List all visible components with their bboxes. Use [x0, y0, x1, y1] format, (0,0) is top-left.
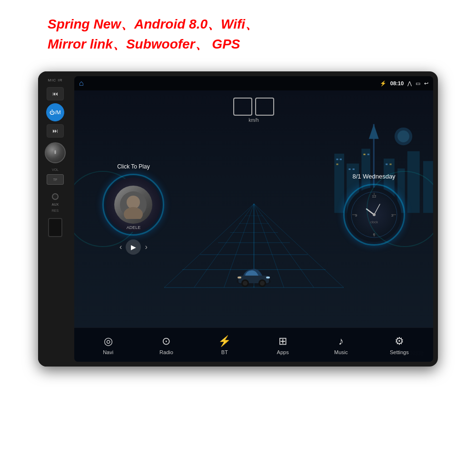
prev-icon: ⏮: [52, 90, 58, 97]
vinyl-disc: [106, 178, 160, 232]
player-controls: ‹ ▶ ›: [119, 239, 148, 255]
svg-text:3: 3: [391, 213, 393, 218]
click-to-play-label[interactable]: Click To Play: [117, 163, 149, 170]
mic-ir-label: MIC IR: [48, 78, 63, 82]
navi-icon: ◎: [104, 335, 113, 347]
next-button[interactable]: ⏭: [47, 124, 64, 138]
header-line1: Spring New、Android 8.0、Wifi、: [48, 14, 258, 34]
res-label: RES: [52, 209, 59, 212]
svg-point-40: [260, 281, 265, 286]
prev-arrow-icon[interactable]: ‹: [119, 243, 122, 251]
tf-slot: TF: [47, 174, 64, 185]
nav-item-music[interactable]: ♪ Music: [327, 335, 355, 355]
svg-text:clock: clock: [370, 220, 378, 224]
prev-button[interactable]: ⏮: [47, 87, 64, 100]
player-panel: Click To Play: [74, 90, 193, 327]
artist-photo: [114, 186, 152, 224]
svg-line-52: [367, 209, 374, 215]
settings-label: Settings: [390, 349, 409, 355]
svg-point-38: [243, 281, 248, 286]
car-illustration: [235, 266, 273, 289]
home-icon[interactable]: ⌂: [79, 79, 84, 88]
nav-item-apps[interactable]: ⊞ Apps: [268, 335, 297, 355]
screen: ⌂ ⚡ 08:10 ⋀ ▭ ↩: [74, 76, 433, 362]
header-line2: Mirror link、Subwoofer、 GPS: [48, 34, 258, 54]
power-icon: ⏻/M: [50, 109, 60, 115]
bt-label: BT: [221, 349, 228, 355]
left-control-panel: MIC IR ⏮ ⏻/M ⏭ VOL TF AUX RES: [38, 71, 72, 367]
apps-label: Apps: [277, 349, 289, 355]
clock-face: 12 3 6 9 clock: [347, 188, 401, 242]
play-icon: ▶: [131, 243, 136, 251]
clock-container: 12 3 6 9 clock: [343, 184, 405, 246]
svg-rect-41: [266, 277, 270, 278]
back-icon[interactable]: ↩: [424, 80, 428, 87]
bt-icon: ⚡: [218, 335, 231, 347]
svg-point-54: [373, 213, 376, 216]
main-content: Click To Play: [74, 90, 433, 327]
status-left: ⌂: [79, 79, 84, 88]
apps-icon: ⊞: [278, 335, 287, 347]
music-label: Music: [334, 349, 348, 355]
kmh-label: km/h: [248, 118, 259, 123]
svg-point-44: [127, 196, 140, 209]
status-bar: ⌂ ⚡ 08:10 ⋀ ▭ ↩: [74, 76, 433, 90]
aux-port: [52, 193, 59, 200]
header-text: Spring New、Android 8.0、Wifi、 Mirror link…: [48, 14, 258, 54]
nav-item-navi[interactable]: ◎ Navi: [94, 335, 122, 355]
nav-item-radio[interactable]: ⊙ Radio: [152, 335, 180, 355]
usb-slot: [48, 218, 62, 237]
svg-text:9: 9: [355, 213, 357, 218]
play-button[interactable]: ▶: [126, 239, 141, 255]
music-icon: ♪: [338, 335, 344, 347]
radio-label: Radio: [159, 349, 173, 355]
navi-label: Navi: [103, 349, 113, 355]
window-icon[interactable]: ▭: [416, 80, 420, 87]
artist-label: ADELE: [127, 225, 141, 230]
radio-icon: ⊙: [162, 335, 170, 347]
right-panel: 8/1 Wednesday 12 3 6 9 clock: [315, 90, 433, 327]
svg-rect-42: [238, 277, 241, 278]
vol-label: VOL: [52, 168, 59, 171]
nav-item-bt[interactable]: ⚡ BT: [210, 335, 239, 355]
aux-label: AUX: [52, 203, 59, 206]
center-panel: km/h: [193, 90, 315, 327]
time-display: 08:10: [390, 80, 404, 86]
power-mode-button[interactable]: ⏻/M: [46, 103, 64, 121]
status-right: ⚡ 08:10 ⋀ ▭ ↩: [380, 80, 428, 87]
volume-knob[interactable]: [45, 142, 66, 163]
speed-box-2: [255, 98, 274, 116]
vinyl-container: ADELE: [102, 174, 164, 236]
date-label: 8/1 Wednesday: [353, 173, 396, 180]
bluetooth-icon: ⚡: [380, 80, 387, 87]
signal-icon: ⋀: [407, 80, 412, 87]
speed-display: [233, 98, 274, 116]
settings-icon: ⚙: [395, 335, 404, 347]
next-arrow-icon[interactable]: ›: [145, 243, 147, 251]
next-icon: ⏭: [52, 128, 58, 134]
svg-line-53: [374, 204, 380, 215]
car-unit: MIC IR ⏮ ⏻/M ⏭ VOL TF AUX RES ⌂ ⚡ 08:10 …: [38, 71, 438, 367]
nav-item-settings[interactable]: ⚙ Settings: [385, 335, 414, 355]
nav-bar: ◎ Navi ⊙ Radio ⚡ BT ⊞ Apps ♪ Music ⚙ Set…: [74, 327, 433, 362]
speed-box-1: [233, 98, 252, 116]
